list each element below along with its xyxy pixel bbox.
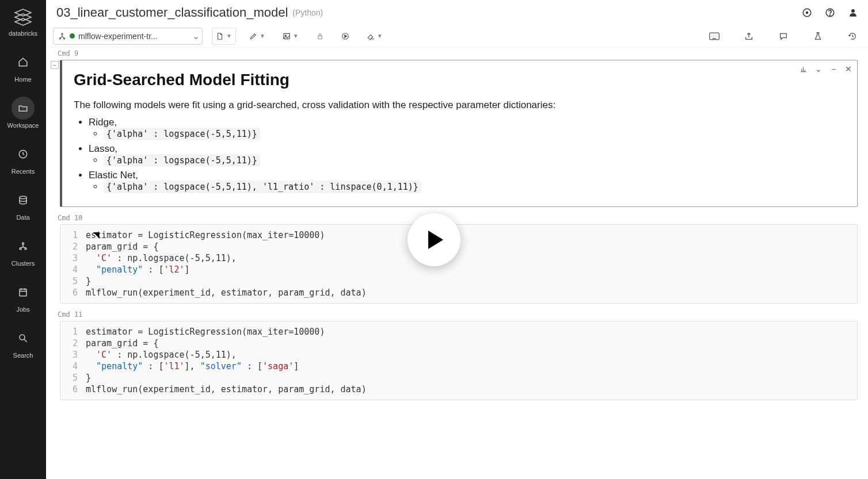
line-number: 5	[60, 275, 86, 287]
svg-rect-5	[20, 289, 26, 296]
svg-point-3	[20, 248, 21, 250]
line-number: 3	[60, 349, 86, 361]
permissions-button[interactable]	[312, 28, 328, 45]
run-all-button[interactable]	[337, 28, 353, 45]
markdown-paragraph: The following models were fit using a gr…	[74, 99, 846, 111]
line-number: 2	[60, 241, 86, 252]
sidebar-item-label: Recents	[12, 168, 35, 175]
chart-icon[interactable]	[798, 64, 809, 74]
markdown-heading: Grid-Searched Model Fitting	[74, 71, 846, 89]
video-play-button[interactable]	[408, 213, 460, 266]
code-cell-body[interactable]: 1estimator = LogisticRegression(max_iter…	[60, 321, 858, 400]
code-line: mlflow_run(experiment_id, estimator, par…	[86, 287, 367, 298]
line-number: 6	[60, 287, 86, 298]
code-line: estimator = LogisticRegression(max_iter=…	[86, 326, 325, 338]
cell-actions: ⌄ − ✕	[798, 64, 854, 74]
mlflow-experiment-button[interactable]	[809, 28, 827, 45]
calendar-icon	[18, 287, 28, 297]
code-line: param_grid = {	[86, 338, 158, 349]
list-item: Lasso, {'alpha' : logspace(-5,5,11)}	[89, 143, 846, 166]
code-line: param_grid = {	[86, 241, 158, 252]
close-icon[interactable]: ✕	[843, 64, 854, 74]
code-line: }	[86, 275, 91, 287]
cmd-label: Cmd 9	[51, 47, 858, 60]
clear-icon	[367, 32, 375, 40]
cluster-tree-icon	[58, 32, 66, 40]
line-number: 1	[60, 326, 86, 338]
inline-code: {'alpha' : logspace(-5,5,11), 'l1_ratio'…	[104, 181, 421, 193]
collapse-toggle[interactable]: −	[51, 61, 59, 69]
clock-icon	[18, 149, 28, 159]
line-number: 2	[60, 338, 86, 349]
database-icon	[18, 195, 28, 205]
sidebar: databricks Home Workspace Recents Data C…	[0, 0, 46, 479]
line-number: 4	[60, 264, 86, 275]
sidebar-item-workspace[interactable]: Workspace	[7, 97, 39, 129]
cluster-icon	[18, 241, 28, 251]
code-line: estimator = LogisticRegression(max_iter=…	[86, 229, 325, 241]
sidebar-item-clusters[interactable]: Clusters	[12, 235, 35, 267]
edit-menu-button[interactable]: ▼	[245, 28, 269, 45]
sidebar-item-recents[interactable]: Recents	[12, 143, 35, 175]
line-number: 6	[60, 384, 86, 395]
topbar: 03_linear_customer_classification_model …	[46, 0, 868, 25]
expand-down-icon[interactable]: ⌄	[813, 64, 824, 74]
sidebar-item-jobs[interactable]: Jobs	[12, 281, 35, 313]
comments-button[interactable]	[775, 28, 792, 45]
keyboard-shortcuts-button[interactable]	[706, 28, 723, 45]
file-icon	[216, 32, 224, 40]
lock-icon	[316, 32, 324, 40]
svg-point-11	[851, 9, 855, 13]
chevron-down-icon: ⌄	[192, 30, 200, 41]
brand-label: databricks	[9, 30, 37, 37]
revision-history-button[interactable]	[844, 28, 861, 45]
run-icon	[341, 32, 349, 40]
cmd-label: Cmd 11	[51, 308, 858, 321]
toolbar: mlflow-experiment-tr... ⌄ ▼ ▼ ▼ ▼	[46, 25, 868, 47]
help-icon[interactable]	[822, 5, 838, 21]
caret-down-icon: ▼	[293, 33, 299, 39]
sidebar-item-label: Jobs	[16, 306, 29, 313]
code-line: }	[86, 372, 91, 384]
sidebar-item-search[interactable]: Search	[12, 327, 35, 359]
cell-cmd11[interactable]: 1estimator = LogisticRegression(max_iter…	[51, 321, 858, 400]
code-line: "penalty" : ['l1'], "solver" : ['saga']	[86, 361, 299, 372]
svg-point-4	[25, 248, 26, 250]
sidebar-item-home[interactable]: Home	[12, 51, 35, 83]
svg-point-10	[829, 14, 830, 15]
cluster-selector[interactable]: mlflow-experiment-tr... ⌄	[53, 28, 203, 45]
cell-cmd9[interactable]: − ⌄ − ✕ Grid-Searched Model Fitting The …	[51, 60, 858, 207]
code-line: 'C' : np.logspace(-5,5,11),	[86, 349, 237, 361]
line-number: 1	[60, 229, 86, 241]
markdown-cell-body[interactable]: ⌄ − ✕ Grid-Searched Model Fitting The fo…	[60, 60, 858, 207]
file-menu-button[interactable]: ▼	[212, 28, 236, 45]
list-item: Elastic Net, {'alpha' : logspace(-5,5,11…	[89, 170, 846, 193]
play-icon	[428, 231, 443, 249]
sidebar-item-data[interactable]: Data	[12, 189, 35, 221]
folder-icon	[18, 103, 28, 113]
svg-point-13	[59, 37, 60, 39]
notebook-content: Cmd 9 − ⌄ − ✕ Grid-Searched Model Fittin…	[46, 47, 868, 479]
notebook-language: (Python)	[292, 8, 323, 17]
line-number: 5	[60, 372, 86, 384]
caret-down-icon: ▼	[260, 33, 265, 39]
view-menu-button[interactable]: ▼	[279, 28, 303, 45]
svg-point-8	[806, 12, 808, 13]
notebook-title[interactable]: 03_linear_customer_classification_model	[56, 5, 288, 20]
minimize-icon[interactable]: −	[828, 64, 839, 74]
edit-icon	[249, 32, 257, 40]
schedule-icon[interactable]	[799, 5, 815, 21]
clear-menu-button[interactable]: ▼	[363, 28, 387, 45]
search-icon	[18, 333, 28, 343]
share-button[interactable]	[740, 28, 757, 45]
list-item: Ridge, {'alpha' : logspace(-5,5,11)}	[89, 117, 846, 140]
cluster-name: mlflow-experiment-tr...	[78, 32, 190, 41]
svg-point-12	[62, 33, 63, 34]
databricks-logo[interactable]	[13, 7, 33, 28]
user-icon[interactable]	[845, 5, 861, 21]
svg-point-6	[20, 335, 25, 340]
sidebar-item-label: Search	[13, 352, 33, 359]
image-icon	[283, 32, 291, 40]
caret-down-icon: ▼	[226, 33, 232, 39]
svg-point-14	[63, 37, 64, 39]
